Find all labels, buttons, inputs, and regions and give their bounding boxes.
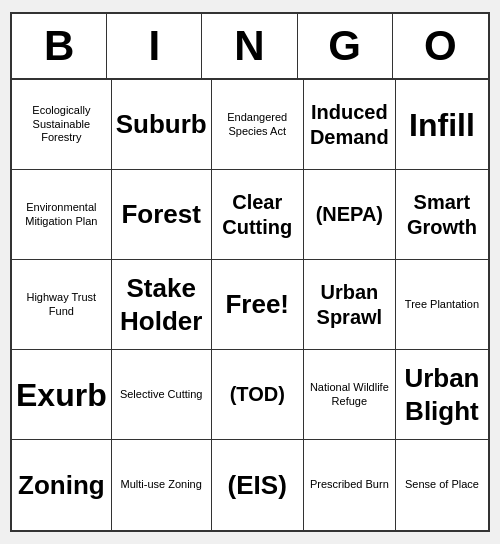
- bingo-cell-6[interactable]: Forest: [112, 170, 212, 260]
- cell-text: Exurb: [16, 375, 107, 415]
- cell-text: Prescribed Burn: [310, 478, 389, 492]
- cell-text: Induced Demand: [308, 100, 391, 150]
- bingo-cell-11[interactable]: Stake Holder: [112, 260, 212, 350]
- cell-text: Tree Plantation: [405, 298, 479, 312]
- bingo-cell-0[interactable]: Ecologically Sustainable Forestry: [12, 80, 112, 170]
- cell-text: Selective Cutting: [120, 388, 203, 402]
- bingo-cell-13[interactable]: Urban Sprawl: [304, 260, 396, 350]
- cell-text: Forest: [121, 198, 200, 231]
- bingo-cell-1[interactable]: Suburb: [112, 80, 212, 170]
- bingo-cell-10[interactable]: Highway Trust Fund: [12, 260, 112, 350]
- cell-text: Ecologically Sustainable Forestry: [16, 104, 107, 145]
- cell-text: Environmental Mitigation Plan: [16, 201, 107, 229]
- bingo-cell-7[interactable]: Clear Cutting: [212, 170, 304, 260]
- bingo-cell-21[interactable]: Multi-use Zoning: [112, 440, 212, 530]
- bingo-cell-22[interactable]: (EIS): [212, 440, 304, 530]
- bingo-cell-15[interactable]: Exurb: [12, 350, 112, 440]
- bingo-cell-18[interactable]: National Wildlife Refuge: [304, 350, 396, 440]
- bingo-cell-14[interactable]: Tree Plantation: [396, 260, 488, 350]
- cell-text: Infill: [409, 105, 475, 145]
- cell-text: Stake Holder: [116, 272, 207, 337]
- bingo-letter-b: B: [12, 14, 107, 78]
- bingo-cell-24[interactable]: Sense of Place: [396, 440, 488, 530]
- cell-text: Free!: [225, 288, 289, 321]
- bingo-cell-23[interactable]: Prescribed Burn: [304, 440, 396, 530]
- bingo-cell-17[interactable]: (TOD): [212, 350, 304, 440]
- bingo-letter-g: G: [298, 14, 393, 78]
- free-space-cell[interactable]: Free!: [212, 260, 304, 350]
- bingo-letter-i: I: [107, 14, 202, 78]
- cell-text: Zoning: [18, 469, 105, 502]
- bingo-card: BINGO Ecologically Sustainable ForestryS…: [10, 12, 490, 532]
- bingo-cell-16[interactable]: Selective Cutting: [112, 350, 212, 440]
- cell-text: (EIS): [228, 469, 287, 502]
- cell-text: (NEPA): [316, 202, 383, 227]
- cell-text: Clear Cutting: [216, 190, 299, 240]
- bingo-cell-8[interactable]: (NEPA): [304, 170, 396, 260]
- cell-text: Highway Trust Fund: [16, 291, 107, 319]
- bingo-grid: Ecologically Sustainable ForestrySuburbE…: [12, 80, 488, 530]
- bingo-cell-5[interactable]: Environmental Mitigation Plan: [12, 170, 112, 260]
- bingo-letter-n: N: [202, 14, 297, 78]
- bingo-cell-20[interactable]: Zoning: [12, 440, 112, 530]
- cell-text: Suburb: [116, 108, 207, 141]
- bingo-cell-3[interactable]: Induced Demand: [304, 80, 396, 170]
- cell-text: Endangered Species Act: [216, 111, 299, 139]
- cell-text: Sense of Place: [405, 478, 479, 492]
- bingo-cell-19[interactable]: Urban Blight: [396, 350, 488, 440]
- bingo-letter-o: O: [393, 14, 488, 78]
- cell-text: National Wildlife Refuge: [308, 381, 391, 409]
- bingo-header: BINGO: [12, 14, 488, 80]
- cell-text: Urban Blight: [400, 362, 484, 427]
- bingo-cell-4[interactable]: Infill: [396, 80, 488, 170]
- cell-text: Multi-use Zoning: [121, 478, 202, 492]
- bingo-cell-2[interactable]: Endangered Species Act: [212, 80, 304, 170]
- cell-text: Urban Sprawl: [308, 280, 391, 330]
- cell-text: Smart Growth: [400, 190, 484, 240]
- cell-text: (TOD): [230, 382, 285, 407]
- bingo-cell-9[interactable]: Smart Growth: [396, 170, 488, 260]
